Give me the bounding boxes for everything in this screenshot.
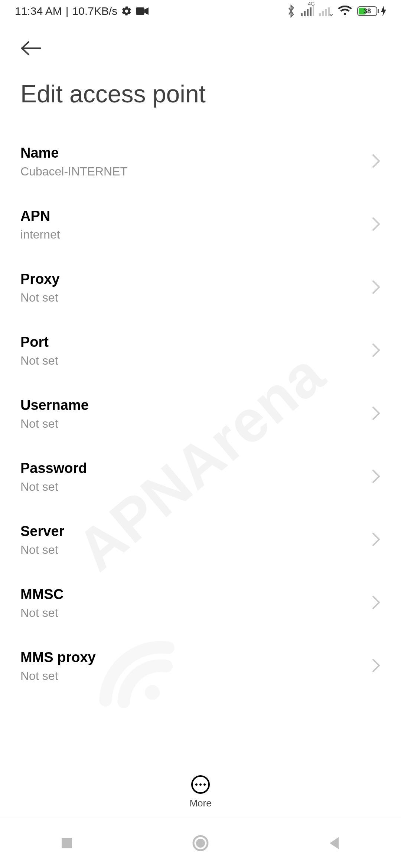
gear-icon — [121, 6, 132, 17]
chevron-right-icon — [372, 217, 381, 233]
row-mmsc[interactable]: MMSC Not set — [0, 572, 401, 635]
chevron-right-icon — [372, 595, 381, 611]
more-label: More — [189, 798, 211, 809]
row-value: Not set — [20, 669, 96, 683]
svg-text:38: 38 — [363, 7, 371, 15]
row-value: Not set — [20, 354, 58, 368]
row-mms-proxy[interactable]: MMS proxy Not set — [0, 635, 401, 698]
nav-recents-button[interactable] — [56, 832, 78, 854]
row-label: Port — [20, 334, 58, 350]
navigation-bar — [0, 818, 401, 868]
settings-list: Name Cubacel-INTERNET APN internet Proxy — [0, 115, 401, 698]
row-label: APN — [20, 208, 60, 224]
svg-point-18 — [196, 839, 205, 848]
circle-icon — [192, 835, 209, 852]
row-value: Not set — [20, 480, 87, 494]
row-server[interactable]: Server Not set — [0, 509, 401, 572]
wifi-icon — [338, 6, 352, 17]
row-label: Username — [20, 397, 89, 413]
more-button[interactable]: More — [189, 775, 211, 809]
svg-rect-2 — [301, 13, 303, 16]
back-button[interactable] — [20, 37, 43, 59]
row-value: Not set — [20, 606, 63, 620]
chevron-right-icon — [372, 280, 381, 296]
svg-rect-5 — [310, 7, 312, 16]
chevron-right-icon — [372, 406, 381, 422]
signal-1-icon: 4G — [301, 6, 314, 16]
more-icon — [191, 775, 210, 794]
row-apn[interactable]: APN internet — [0, 193, 401, 256]
status-bar: 11:34 AM | 10.7KB/s 4G — [0, 0, 401, 22]
svg-rect-8 — [322, 11, 324, 16]
svg-rect-4 — [307, 9, 309, 16]
square-icon — [60, 836, 74, 850]
chevron-right-icon — [372, 469, 381, 485]
triangle-left-icon — [327, 836, 341, 851]
row-label: MMSC — [20, 586, 63, 602]
bottom-action-bar: More — [0, 766, 401, 818]
row-username[interactable]: Username Not set — [0, 382, 401, 445]
battery-icon: 38 — [357, 6, 386, 17]
status-net-speed: 10.7KB/s — [72, 5, 118, 17]
signal-2-icon — [319, 6, 333, 16]
row-value: Not set — [20, 291, 60, 305]
svg-rect-9 — [325, 9, 327, 16]
nav-back-button[interactable] — [323, 832, 345, 854]
svg-rect-6 — [313, 6, 314, 16]
row-value: Not set — [20, 543, 64, 557]
svg-rect-7 — [319, 13, 321, 16]
bluetooth-icon — [287, 4, 296, 18]
chevron-right-icon — [372, 532, 381, 548]
row-label: MMS proxy — [20, 650, 96, 665]
videocam-icon — [136, 6, 149, 16]
row-label: Name — [20, 145, 127, 161]
row-port[interactable]: Port Not set — [0, 319, 401, 382]
chevron-right-icon — [372, 154, 381, 170]
svg-rect-16 — [62, 838, 72, 848]
row-name[interactable]: Name Cubacel-INTERNET — [0, 130, 401, 193]
row-label: Server — [20, 523, 64, 539]
row-value: Cubacel-INTERNET — [20, 165, 127, 178]
svg-rect-3 — [304, 11, 306, 16]
page-title: Edit access point — [20, 80, 381, 108]
row-label: Proxy — [20, 271, 60, 287]
row-proxy[interactable]: Proxy Not set — [0, 256, 401, 319]
row-value: Not set — [20, 417, 89, 431]
status-time: 11:34 AM — [15, 5, 62, 17]
chevron-right-icon — [372, 343, 381, 359]
row-value: internet — [20, 228, 60, 241]
chevron-right-icon — [372, 658, 381, 674]
svg-rect-10 — [328, 7, 330, 16]
nav-home-button[interactable] — [189, 832, 212, 854]
svg-rect-1 — [136, 7, 144, 15]
arrow-left-icon — [20, 40, 42, 56]
row-label: Password — [20, 460, 87, 476]
svg-rect-14 — [378, 9, 379, 13]
row-password[interactable]: Password Not set — [0, 445, 401, 509]
